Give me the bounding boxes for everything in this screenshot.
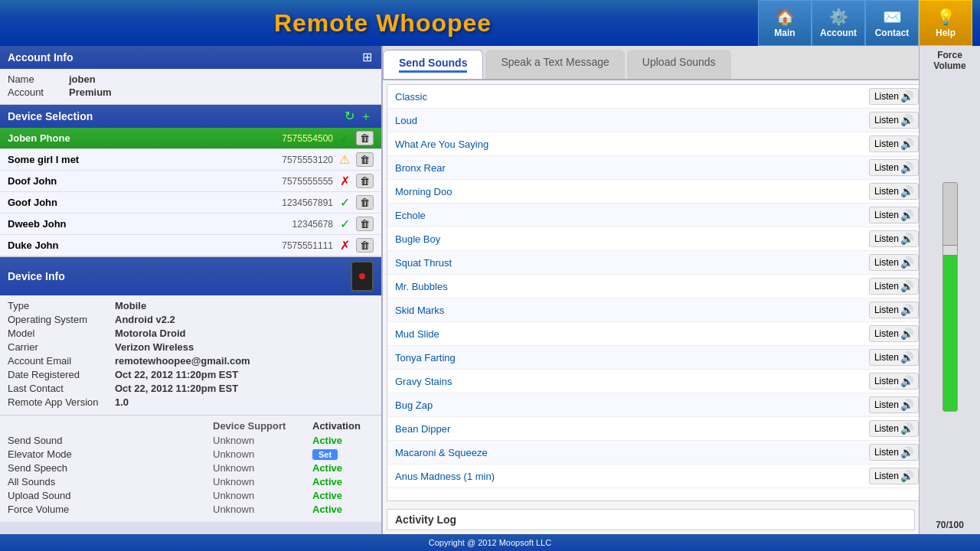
volume-slider-container[interactable] bbox=[923, 80, 976, 516]
listen-button-15[interactable]: Listen 🔊 bbox=[869, 444, 919, 461]
add-device-button[interactable]: ＋ bbox=[358, 109, 374, 124]
listen-label-8: Listen bbox=[874, 281, 899, 292]
listen-label-9: Listen bbox=[874, 305, 899, 315]
sound-name-1: Loud bbox=[395, 115, 869, 126]
refresh-devices-button[interactable]: ↻ bbox=[343, 109, 356, 124]
sound-name-4: Morning Doo bbox=[395, 186, 869, 197]
account-name-row: Name joben bbox=[8, 73, 374, 85]
nav-contact[interactable]: ✉️ Contact bbox=[865, 0, 919, 46]
device-row-2[interactable]: Doof John 7575555555 ✗ 🗑 bbox=[0, 171, 381, 192]
sound-row-8: Mr. Bubbles Listen 🔊 Send 📱 bbox=[387, 275, 975, 298]
listen-button-6[interactable]: Listen 🔊 bbox=[869, 230, 919, 247]
speaker-icon-3: 🔊 bbox=[900, 161, 913, 174]
listen-label-0: Listen bbox=[874, 91, 899, 102]
device-row-0[interactable]: Joben Phone 7575554500 ✓ 🗑 bbox=[0, 128, 381, 149]
device-number-4: 12345678 bbox=[264, 219, 333, 230]
device-status-1: ⚠ bbox=[337, 152, 352, 167]
device-row-3[interactable]: Goof John 1234567891 ✓ 🗑 bbox=[0, 192, 381, 214]
feature-name-5: Force Volume bbox=[8, 504, 213, 515]
device-delete-3[interactable]: 🗑 bbox=[356, 195, 374, 210]
feature-rows: Send Sound Unknown Active Elevator Mode … bbox=[8, 435, 374, 515]
sound-name-15: Macaroni & Squeeze bbox=[395, 447, 869, 458]
device-delete-1[interactable]: 🗑 bbox=[356, 152, 374, 167]
account-type-row: Account Premium bbox=[8, 86, 374, 98]
feature-row-3: All Sounds Unknown Active bbox=[8, 476, 374, 487]
device-delete-0[interactable]: 🗑 bbox=[356, 131, 374, 145]
device-delete-2[interactable]: 🗑 bbox=[356, 174, 374, 188]
account-info-toggle[interactable]: ⊞ bbox=[361, 50, 374, 65]
envelope-icon: ✉️ bbox=[883, 8, 902, 26]
speaker-icon-7: 🔊 bbox=[900, 256, 913, 269]
listen-button-9[interactable]: Listen 🔊 bbox=[869, 302, 919, 318]
device-name-0: Joben Phone bbox=[8, 132, 260, 144]
listen-label-3: Listen bbox=[874, 162, 899, 173]
sound-row-11: Tonya Farting Listen 🔊 Send 📱 bbox=[387, 346, 975, 370]
listen-button-7[interactable]: Listen 🔊 bbox=[869, 254, 919, 271]
speaker-icon-5: 🔊 bbox=[900, 209, 913, 221]
feature-support-5: Unknown bbox=[213, 504, 312, 515]
device-info-title: Device Info bbox=[8, 270, 65, 282]
listen-button-13[interactable]: Listen 🔊 bbox=[869, 396, 919, 413]
listen-button-14[interactable]: Listen 🔊 bbox=[869, 420, 919, 437]
tab-underline bbox=[399, 70, 467, 73]
tab-speak-text[interactable]: Speak a Text Message bbox=[485, 50, 624, 79]
listen-button-11[interactable]: Listen 🔊 bbox=[869, 349, 919, 366]
sound-name-16: Anus Madness (1 min) bbox=[395, 471, 869, 482]
feature-activation-1[interactable]: Set bbox=[312, 449, 338, 460]
volume-track[interactable] bbox=[942, 182, 958, 412]
sound-row-3: Bronx Rear Listen 🔊 Send 📱 bbox=[387, 156, 975, 180]
device-info-field-2: Model Motorola Droid bbox=[8, 328, 374, 339]
listen-label-13: Listen bbox=[874, 399, 899, 410]
listen-button-2[interactable]: Listen 🔊 bbox=[869, 135, 919, 152]
feature-name-1: Elevator Mode bbox=[8, 448, 213, 460]
device-delete-5[interactable]: 🗑 bbox=[356, 238, 374, 253]
feature-row-0: Send Sound Unknown Active bbox=[8, 435, 374, 446]
account-info-header: Account Info ⊞ bbox=[0, 46, 381, 69]
device-number-5: 7575551111 bbox=[264, 240, 333, 251]
tab-upload-sounds-label: Upload Sounds bbox=[642, 56, 716, 68]
listen-button-10[interactable]: Listen 🔊 bbox=[869, 325, 919, 342]
device-info-value-4: remotewhoopee@gmail.com bbox=[115, 355, 250, 367]
sound-name-5: Echole bbox=[395, 210, 869, 221]
device-row-5[interactable]: Duke John 7575551111 ✗ 🗑 bbox=[0, 235, 381, 256]
content-area: Classic Listen 🔊 Send 📱 Loud Listen 🔊 bbox=[383, 80, 980, 534]
listen-label-1: Listen bbox=[874, 115, 899, 126]
device-info-field-3: Carrier Verizon Wireless bbox=[8, 341, 374, 353]
listen-button-0[interactable]: Listen 🔊 bbox=[869, 88, 919, 105]
listen-button-3[interactable]: Listen 🔊 bbox=[869, 159, 919, 176]
listen-label-2: Listen bbox=[874, 139, 899, 149]
device-row-1[interactable]: Some girl I met 7575553120 ⚠ 🗑 bbox=[0, 149, 381, 171]
device-info-field-5: Date Registered Oct 22, 2012 11:20pm EST bbox=[8, 369, 374, 380]
listen-button-4[interactable]: Listen 🔊 bbox=[869, 183, 919, 200]
speaker-icon-1: 🔊 bbox=[900, 114, 913, 126]
device-info-body: Type Mobile Operating System Android v2.… bbox=[0, 295, 381, 416]
feature-col-support: Device Support bbox=[213, 420, 312, 432]
tab-send-sounds[interactable]: Send Sounds bbox=[383, 50, 483, 79]
listen-button-16[interactable]: Listen 🔊 bbox=[869, 468, 919, 484]
listen-button-5[interactable]: Listen 🔊 bbox=[869, 207, 919, 223]
nav-account[interactable]: ⚙️ Account bbox=[812, 0, 865, 46]
nav-help[interactable]: 💡 Help bbox=[919, 0, 972, 46]
listen-button-12[interactable]: Listen 🔊 bbox=[869, 373, 919, 390]
listen-label-12: Listen bbox=[874, 376, 899, 386]
device-row-4[interactable]: Dweeb John 12345678 ✓ 🗑 bbox=[0, 214, 381, 235]
feature-col-name bbox=[8, 420, 213, 432]
speaker-icon-14: 🔊 bbox=[900, 422, 913, 435]
activity-log: Activity Log bbox=[387, 509, 915, 530]
device-delete-4[interactable]: 🗑 bbox=[356, 217, 374, 231]
name-value: joben bbox=[69, 73, 96, 85]
feature-name-0: Send Sound bbox=[8, 435, 213, 446]
tab-upload-sounds[interactable]: Upload Sounds bbox=[627, 50, 731, 79]
left-panel: Account Info ⊞ Name joben Account Premiu… bbox=[0, 46, 383, 534]
nav-main[interactable]: 🏠 Main bbox=[758, 0, 812, 46]
speaker-icon-8: 🔊 bbox=[900, 280, 913, 292]
feature-col-activation: Activation bbox=[312, 420, 374, 432]
device-info-actions bbox=[351, 261, 374, 292]
device-name-1: Some girl I met bbox=[8, 154, 260, 165]
device-info-value-2: Motorola Droid bbox=[115, 328, 185, 339]
listen-button-1[interactable]: Listen 🔊 bbox=[869, 112, 919, 129]
listen-button-8[interactable]: Listen 🔊 bbox=[869, 278, 919, 295]
speaker-icon-16: 🔊 bbox=[900, 470, 913, 482]
volume-thumb[interactable] bbox=[942, 245, 958, 256]
speaker-icon-10: 🔊 bbox=[900, 328, 913, 340]
